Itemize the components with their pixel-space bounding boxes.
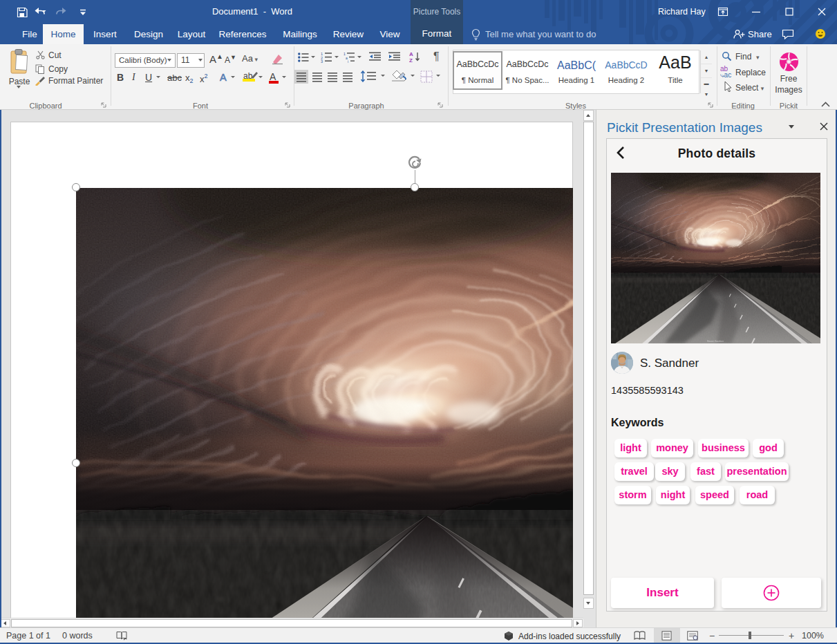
svg-text:i: i bbox=[348, 59, 348, 63]
svg-text:Z: Z bbox=[409, 57, 413, 63]
svg-text:A: A bbox=[409, 51, 413, 57]
svg-text:3: 3 bbox=[321, 59, 323, 63]
